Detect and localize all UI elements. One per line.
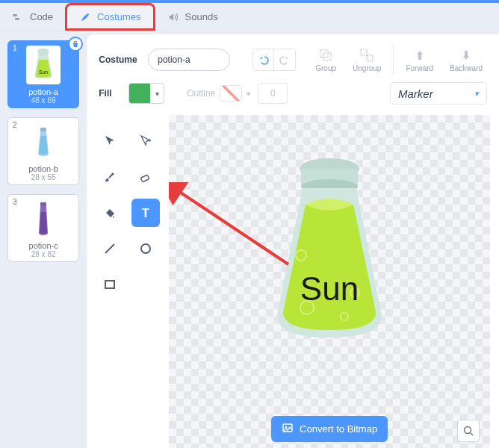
svg-rect-5 bbox=[40, 128, 46, 131]
svg-rect-14 bbox=[140, 175, 149, 182]
svg-rect-9 bbox=[361, 49, 367, 55]
svg-rect-0 bbox=[13, 14, 17, 16]
svg-line-16 bbox=[105, 244, 114, 253]
chevron-down-icon: ▾ bbox=[474, 89, 479, 99]
tab-code[interactable]: Code bbox=[0, 3, 65, 31]
svg-point-17 bbox=[141, 244, 150, 253]
svg-point-30 bbox=[465, 427, 471, 434]
bitmap-icon bbox=[282, 422, 294, 436]
fill-label: Fill bbox=[99, 88, 121, 99]
select-tool[interactable] bbox=[96, 127, 124, 155]
text-tool[interactable]: T bbox=[131, 199, 160, 227]
code-icon bbox=[12, 11, 24, 23]
undo-button[interactable] bbox=[253, 49, 274, 70]
svg-rect-6 bbox=[40, 202, 46, 206]
tab-costumes[interactable]: Costumes bbox=[65, 3, 155, 31]
tab-sounds[interactable]: Sounds bbox=[155, 3, 230, 31]
costume-artwork: Sun bbox=[255, 151, 404, 345]
fill-tool[interactable] bbox=[96, 199, 124, 227]
svg-rect-8 bbox=[323, 53, 331, 60]
costume-item-potion-b[interactable]: 2 potion-b 28 x 55 bbox=[7, 117, 79, 185]
svg-text:Sun: Sun bbox=[300, 270, 359, 307]
fill-color-picker[interactable]: ▾ bbox=[128, 83, 164, 104]
tab-bar: Code Costumes Sounds bbox=[0, 3, 499, 31]
group-icon bbox=[318, 48, 333, 63]
circle-tool[interactable] bbox=[131, 234, 160, 263]
forward-icon bbox=[412, 48, 427, 63]
font-select[interactable]: Marker ▾ bbox=[390, 82, 487, 105]
brush-tool[interactable] bbox=[96, 163, 124, 191]
costume-sidebar: 1 Sun potion-a 48 x 69 2 potion-b 28 x 5… bbox=[0, 31, 87, 448]
chevron-down-icon: ▾ bbox=[150, 84, 164, 103]
svg-point-29 bbox=[285, 426, 288, 429]
outline-width-input[interactable] bbox=[258, 83, 288, 104]
fill-color-swatch bbox=[129, 84, 150, 103]
brush-icon bbox=[79, 11, 91, 23]
reshape-tool[interactable] bbox=[131, 127, 160, 155]
ungroup-button[interactable]: Ungroup bbox=[348, 48, 385, 72]
costume-item-potion-a[interactable]: 1 Sun potion-a 48 x 69 bbox=[7, 40, 79, 108]
svg-rect-11 bbox=[418, 55, 421, 60]
svg-rect-1 bbox=[15, 18, 19, 20]
outline-label: Outline bbox=[187, 88, 215, 99]
forward-button[interactable]: Forward bbox=[401, 48, 438, 72]
outline-picker[interactable]: Outline ▾ bbox=[187, 85, 250, 102]
convert-to-bitmap-button[interactable]: Convert to Bitmap bbox=[271, 416, 388, 442]
rectangle-tool[interactable] bbox=[96, 270, 124, 299]
svg-rect-7 bbox=[320, 50, 328, 57]
tab-code-label: Code bbox=[30, 11, 53, 22]
costume-item-potion-c[interactable]: 3 potion-c 28 x 82 bbox=[7, 194, 79, 262]
svg-text:Sun: Sun bbox=[39, 69, 48, 75]
costume-name-input[interactable] bbox=[148, 49, 230, 71]
delete-costume-icon[interactable] bbox=[68, 37, 83, 52]
tab-sounds-label: Sounds bbox=[185, 11, 218, 22]
outline-swatch bbox=[220, 85, 242, 102]
sound-icon bbox=[167, 11, 179, 23]
svg-rect-10 bbox=[367, 55, 373, 61]
backward-button[interactable]: Backward bbox=[445, 48, 487, 72]
svg-rect-3 bbox=[38, 51, 49, 56]
costume-label: Costume bbox=[99, 55, 140, 65]
svg-rect-18 bbox=[105, 281, 114, 288]
svg-point-13 bbox=[149, 140, 151, 142]
undo-redo-group bbox=[252, 49, 296, 71]
tab-costumes-label: Costumes bbox=[97, 11, 141, 22]
editor-panel: Costume Group Ungroup Forward bbox=[87, 34, 499, 448]
drawing-canvas[interactable]: Sun Convert to Bitmap bbox=[169, 115, 490, 448]
group-button[interactable]: Group bbox=[311, 48, 341, 72]
line-tool[interactable] bbox=[96, 234, 124, 263]
redo-button[interactable] bbox=[274, 49, 295, 70]
svg-text:T: T bbox=[142, 207, 149, 220]
tool-palette: T bbox=[87, 112, 169, 448]
ungroup-icon bbox=[359, 48, 374, 63]
eraser-tool[interactable] bbox=[131, 163, 160, 191]
zoom-button[interactable] bbox=[457, 420, 480, 442]
backward-icon bbox=[459, 48, 474, 63]
svg-rect-12 bbox=[465, 51, 468, 56]
svg-line-31 bbox=[471, 433, 473, 435]
